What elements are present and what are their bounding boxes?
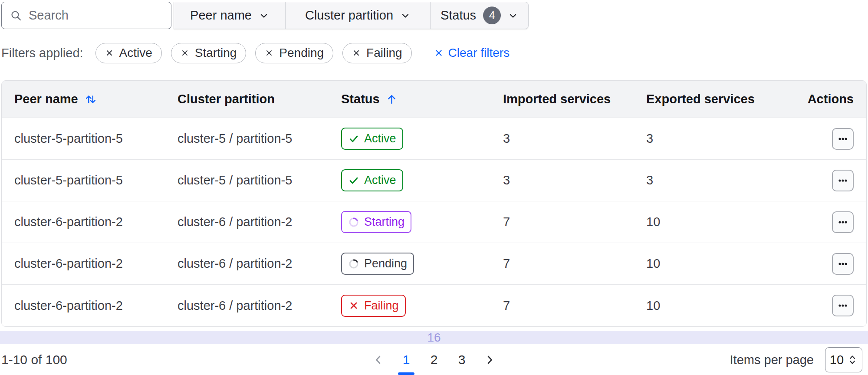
status-cell: Active <box>341 128 503 150</box>
peer-name-cell: cluster-5-partition-5 <box>14 132 178 146</box>
exported-services-cell: 10 <box>646 299 793 313</box>
status-badge: Failing <box>341 295 406 317</box>
column-header-exported-services: Exported services <box>646 92 793 106</box>
remove-filter-icon <box>181 49 189 57</box>
clear-filters-button[interactable]: Clear filters <box>434 46 510 60</box>
cluster-partition-filter-dropdown[interactable]: Cluster partition <box>286 2 431 29</box>
cluster-partition-cell: cluster-6 / partition-2 <box>178 215 341 229</box>
ellipsis-icon <box>836 132 849 145</box>
imported-services-cell: 3 <box>503 173 646 188</box>
sort-both-icon[interactable] <box>84 93 97 106</box>
ellipsis-icon <box>836 216 849 229</box>
filter-toolbar: Peer name Cluster partition Status 4 <box>1 2 529 29</box>
cluster-partition-cell: cluster-6 / partition-2 <box>178 299 341 313</box>
next-page-button[interactable] <box>476 345 503 375</box>
dropdown-label: Cluster partition <box>305 8 393 23</box>
filter-chip-starting[interactable]: Starting <box>171 43 247 63</box>
column-header-status[interactable]: Status <box>341 92 503 106</box>
ellipsis-icon <box>836 174 849 187</box>
actions-cell <box>793 170 854 191</box>
page-button-3[interactable]: 3 <box>448 345 476 375</box>
check-icon <box>348 133 359 145</box>
exported-services-cell: 10 <box>646 257 793 271</box>
status-badge: Active <box>341 169 403 191</box>
cluster-partition-cell: cluster-5 / partition-5 <box>178 132 341 146</box>
chip-label: Failing <box>366 46 402 60</box>
page-number: 1 <box>403 352 410 367</box>
column-label: Imported services <box>503 92 611 106</box>
row-actions-button[interactable] <box>832 211 854 233</box>
row-actions-button[interactable] <box>832 170 854 191</box>
items-per-page-select[interactable]: 10 <box>825 347 862 372</box>
filters-applied-label: Filters applied: <box>1 46 83 60</box>
peers-table: Peer name Cluster partition Status Impor… <box>1 80 867 327</box>
table-row: cluster-6-partition-2 cluster-6 / partit… <box>2 201 866 243</box>
status-label: Active <box>364 174 396 187</box>
check-icon <box>348 175 359 186</box>
filter-dropdown-group: Peer name Cluster partition Status 4 <box>174 2 529 29</box>
pagination-range-label: 1-10 of 100 <box>1 352 67 367</box>
select-chevrons-icon <box>847 354 858 366</box>
exported-services-cell: 3 <box>646 173 793 188</box>
dropdown-label: Peer name <box>190 8 252 23</box>
table-header-row: Peer name Cluster partition Status Impor… <box>2 81 866 118</box>
status-badge: Active <box>341 128 403 150</box>
peer-name-cell: cluster-5-partition-5 <box>14 173 178 188</box>
remove-filter-icon <box>105 49 114 57</box>
column-header-peer-name[interactable]: Peer name <box>14 92 178 106</box>
peers-page: Peer name Cluster partition Status 4 Fil… <box>0 0 868 375</box>
chevron-down-icon <box>508 10 518 21</box>
exported-services-cell: 10 <box>646 215 793 229</box>
status-cell: Active <box>341 169 503 191</box>
status-badge: Pending <box>341 253 414 275</box>
chip-label: Starting <box>195 46 237 60</box>
peer-name-filter-dropdown[interactable]: Peer name <box>174 2 286 29</box>
cluster-partition-cell: cluster-6 / partition-2 <box>178 257 341 271</box>
filter-chip-active[interactable]: Active <box>95 43 162 63</box>
exported-services-cell: 3 <box>646 132 793 146</box>
items-per-page-value: 10 <box>830 353 844 367</box>
column-label: Status <box>341 92 380 106</box>
filter-chip-pending[interactable]: Pending <box>255 43 333 63</box>
ellipsis-icon <box>836 299 849 312</box>
status-cell: Starting <box>341 211 503 233</box>
chevron-down-icon <box>259 10 269 21</box>
active-page-underline <box>398 372 414 375</box>
status-label: Failing <box>364 299 399 312</box>
imported-services-cell: 7 <box>503 299 646 313</box>
status-filter-dropdown[interactable]: Status 4 <box>431 2 529 29</box>
previous-page-button[interactable] <box>365 345 392 375</box>
table-row: cluster-6-partition-2 cluster-6 / partit… <box>2 285 866 326</box>
chevron-left-icon <box>372 354 385 366</box>
chip-label: Pending <box>279 46 324 60</box>
status-cell: Pending <box>341 253 503 275</box>
status-label: Active <box>364 132 396 145</box>
row-actions-button[interactable] <box>832 295 854 316</box>
sort-ascending-icon[interactable] <box>386 93 398 105</box>
filter-chip-failing[interactable]: Failing <box>342 43 411 63</box>
spinner-icon <box>348 258 359 270</box>
search-box[interactable] <box>1 2 171 29</box>
filters-applied-row: Filters applied: Active Starting Pending… <box>1 42 510 64</box>
actions-cell <box>793 253 854 275</box>
page-navigation: 1 2 3 <box>365 345 503 375</box>
clear-icon <box>434 48 444 58</box>
search-input[interactable] <box>29 8 163 23</box>
page-button-2[interactable]: 2 <box>420 345 448 375</box>
chip-label: Active <box>119 46 152 60</box>
row-actions-button[interactable] <box>832 128 854 150</box>
column-header-actions: Actions <box>793 92 854 106</box>
table-row: cluster-5-partition-5 cluster-5 / partit… <box>2 160 866 201</box>
page-button-1[interactable]: 1 <box>392 345 420 375</box>
status-count-badge: 4 <box>483 7 501 24</box>
page-number: 3 <box>458 352 466 367</box>
column-header-cluster-partition[interactable]: Cluster partition <box>178 92 341 106</box>
status-label: Starting <box>364 215 404 229</box>
column-header-imported-services: Imported services <box>503 92 646 106</box>
search-icon <box>10 10 22 22</box>
table-row: cluster-6-partition-2 cluster-6 / partit… <box>2 243 866 285</box>
table-row: cluster-5-partition-5 cluster-5 / partit… <box>2 118 866 160</box>
footer-indicator-value: 16 <box>427 331 441 345</box>
imported-services-cell: 3 <box>503 132 646 146</box>
row-actions-button[interactable] <box>832 253 854 275</box>
